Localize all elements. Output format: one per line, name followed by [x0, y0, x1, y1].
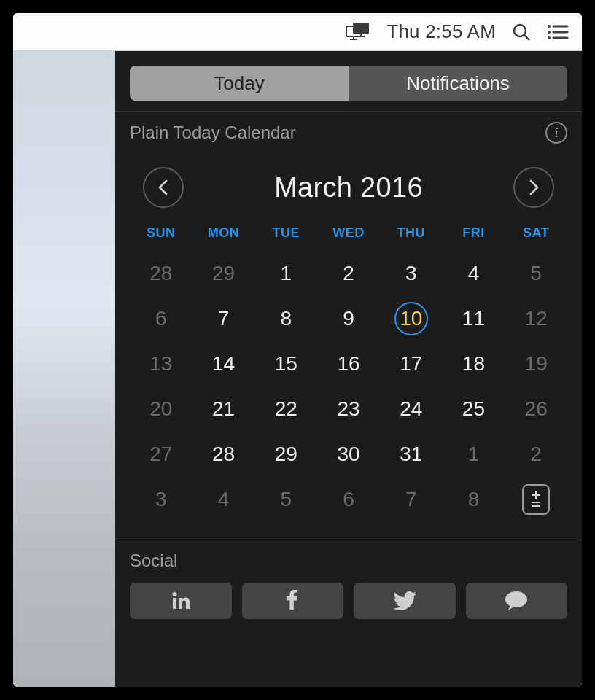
linkedin-icon — [171, 591, 191, 611]
calendar-day[interactable]: 2 — [505, 432, 567, 477]
calendar-day[interactable]: 1 — [254, 251, 317, 296]
calendar-day[interactable]: 12 — [505, 296, 567, 341]
tab-today[interactable]: Today — [130, 66, 349, 101]
prev-month-button[interactable] — [143, 167, 184, 208]
next-month-button[interactable] — [513, 167, 554, 208]
calendar-day[interactable]: 5 — [505, 251, 567, 296]
calendar-day[interactable]: 13 — [130, 341, 192, 386]
calendar-day[interactable]: 23 — [317, 386, 380, 432]
calendar-widget: March 2016 SUNMONTUEWEDTHUFRISAT 2829123… — [115, 154, 582, 540]
calendar-day[interactable]: 2 — [317, 251, 380, 296]
calendar-day-number: 5 — [280, 488, 292, 511]
svg-line-8 — [524, 35, 529, 40]
calendar-day[interactable]: 3 — [130, 477, 192, 522]
calendar-day-number: 7 — [405, 488, 417, 511]
calendar-day[interactable]: 14 — [192, 341, 255, 386]
calendar-day-number: 22 — [275, 397, 298, 421]
desktop-wallpaper — [13, 51, 115, 687]
calendar-day-number: 23 — [337, 397, 359, 421]
calendar-day-number: 9 — [343, 307, 354, 330]
calendar-day-number: 19 — [525, 352, 548, 376]
calendar-day[interactable]: 10 — [380, 296, 443, 341]
calendar-day[interactable]: 7 — [380, 477, 443, 522]
calendar-day[interactable]: 8 — [443, 477, 505, 522]
calendar-day-number: 18 — [462, 352, 485, 376]
calendar-day-number: 20 — [149, 397, 172, 421]
svg-rect-1 — [354, 23, 368, 34]
calendar-day-number: 6 — [155, 307, 167, 330]
calendar-day[interactable]: 6 — [130, 296, 192, 341]
calendar-day[interactable]: 3 — [380, 251, 443, 296]
displays-icon[interactable] — [346, 23, 370, 42]
day-of-week-label: SAT — [505, 221, 567, 245]
calendar-day-number: 17 — [400, 352, 422, 376]
calendar-day-number: 11 — [462, 307, 485, 330]
calendar-day[interactable]: 26 — [505, 386, 567, 432]
widget-title: Plain Today Calendar — [130, 122, 296, 143]
calendar-day[interactable]: 7 — [192, 296, 255, 341]
calendar-day[interactable]: 11 — [443, 296, 505, 341]
calendar-day[interactable]: 19 — [505, 341, 567, 386]
calendar-day[interactable]: 22 — [254, 386, 317, 432]
calendar-day-number: 28 — [212, 443, 235, 466]
calendar-day-number: 2 — [343, 262, 354, 285]
calendar-day[interactable]: 6 — [317, 477, 380, 522]
calendar-day[interactable]: 30 — [317, 432, 380, 477]
day-of-week-label: MON — [192, 221, 255, 245]
calendar-day-number: 1 — [280, 262, 292, 285]
calendar-day[interactable]: 21 — [192, 386, 255, 432]
message-share-button[interactable] — [466, 583, 568, 619]
twitter-icon — [393, 591, 416, 610]
search-icon[interactable] — [512, 23, 531, 42]
calendar-day-number: 27 — [149, 443, 172, 466]
day-of-week-label: TUE — [254, 221, 317, 245]
facebook-icon — [286, 590, 299, 612]
calendar-day[interactable]: 18 — [443, 341, 505, 386]
svg-point-13 — [548, 36, 551, 39]
svg-point-11 — [548, 31, 551, 34]
calendar-day[interactable]: 15 — [254, 341, 317, 386]
day-of-week-label: FRI — [443, 221, 505, 245]
calendar-day[interactable]: 25 — [443, 386, 505, 432]
facebook-share-button[interactable] — [242, 583, 344, 619]
calendar-day[interactable]: 27 — [130, 432, 192, 477]
calendar-day-number: 29 — [275, 443, 298, 466]
calendar-day[interactable]: 28 — [192, 432, 255, 477]
calendar-day[interactable]: 31 — [380, 432, 443, 477]
calendar-day[interactable]: 5 — [254, 477, 317, 522]
linkedin-share-button[interactable] — [130, 583, 232, 619]
calendar-day-number: 6 — [343, 488, 354, 511]
calendar-day[interactable]: 4 — [443, 251, 505, 296]
calendar-day[interactable]: 20 — [130, 386, 192, 432]
calendar-day[interactable]: 9 — [317, 296, 380, 341]
calendar-day[interactable]: 29 — [192, 251, 255, 296]
calendar-day[interactable]: 4 — [192, 477, 255, 522]
social-section-title: Social — [115, 540, 582, 580]
calendar-day[interactable]: 17 — [380, 341, 443, 386]
calendar-day[interactable]: 16 — [317, 341, 380, 386]
notification-center-icon[interactable] — [547, 24, 569, 40]
edit-widgets-button[interactable] — [505, 477, 567, 522]
menubar-clock[interactable]: Thu 2:55 AM — [386, 20, 496, 43]
calendar-day-number: 25 — [462, 397, 485, 421]
calendar-day[interactable]: 1 — [443, 432, 505, 477]
twitter-share-button[interactable] — [354, 583, 456, 619]
calendar-day-number: 4 — [468, 262, 480, 285]
calendar-day-number: 31 — [400, 443, 422, 466]
calendar-day-number: 10 — [400, 307, 422, 330]
calendar-day[interactable]: 24 — [380, 386, 443, 432]
calendar-day-number: 26 — [525, 397, 548, 421]
calendar-day-number: 8 — [468, 488, 480, 511]
calendar-day[interactable]: 28 — [130, 251, 192, 296]
info-icon[interactable]: i — [545, 122, 567, 144]
svg-point-7 — [514, 25, 526, 36]
calendar-day[interactable]: 8 — [254, 296, 317, 341]
day-of-week-label: SUN — [130, 221, 192, 245]
calendar-day-number: 13 — [149, 352, 172, 376]
calendar-day-number: 16 — [337, 352, 359, 376]
day-of-week-label: THU — [380, 221, 443, 245]
calendar-day[interactable]: 29 — [254, 432, 317, 477]
calendar-day-number: 3 — [155, 488, 167, 511]
day-of-week-label: WED — [317, 221, 380, 245]
tab-notifications[interactable]: Notifications — [349, 66, 567, 101]
